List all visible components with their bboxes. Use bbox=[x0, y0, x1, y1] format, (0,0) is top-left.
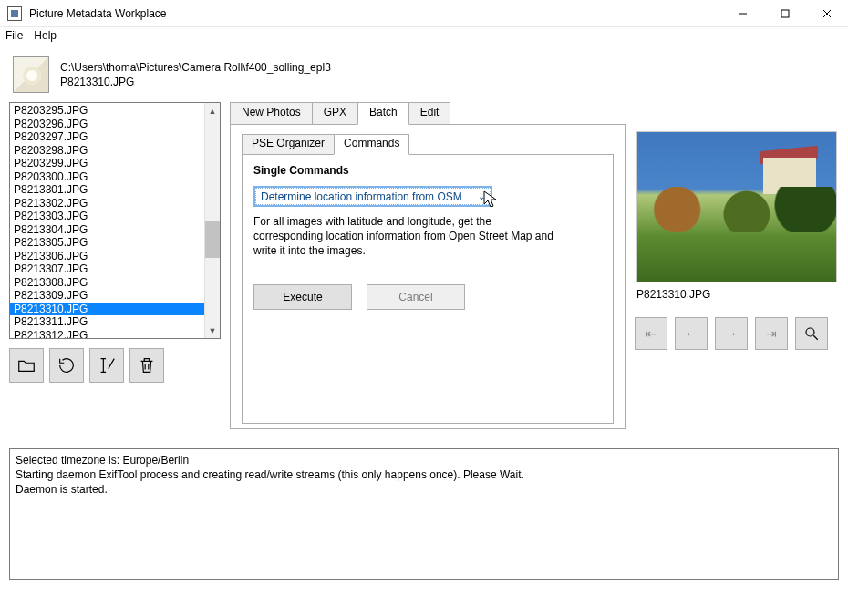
file-list[interactable]: P8203295.JPGP8203296.JPGP8203297.JPGP820… bbox=[10, 103, 204, 338]
preview-panel: P8213310.JPG bbox=[635, 102, 839, 304]
menu-help[interactable]: Help bbox=[34, 29, 57, 42]
file-list-item[interactable]: P8213310.JPG bbox=[10, 303, 204, 316]
execute-button[interactable]: Execute bbox=[253, 284, 352, 310]
batch-tab-body: PSE OrganizerCommands Single Commands De… bbox=[230, 124, 626, 429]
open-folder-button[interactable] bbox=[9, 348, 44, 383]
sub-tabstrip: PSE OrganizerCommands bbox=[242, 134, 614, 154]
commands-panel: Single Commands Determine location infor… bbox=[242, 154, 614, 424]
file-list-item[interactable]: P8203297.JPG bbox=[10, 130, 204, 144]
cancel-button: Cancel bbox=[367, 284, 465, 310]
file-list-item[interactable]: P8203296.JPG bbox=[10, 118, 204, 131]
trash-icon bbox=[137, 355, 157, 375]
command-button-row: Execute Cancel bbox=[253, 284, 602, 310]
subtab-pse-organizer[interactable]: PSE Organizer bbox=[242, 134, 335, 154]
rename-button[interactable] bbox=[89, 348, 124, 383]
file-list-item[interactable]: P8213309.JPG bbox=[10, 289, 204, 303]
svg-point-4 bbox=[806, 328, 814, 336]
maximize-button[interactable] bbox=[764, 0, 806, 27]
arrow-left-end-icon: ⇤ bbox=[646, 326, 657, 341]
window-controls bbox=[722, 0, 848, 27]
tab-new-photos[interactable]: New Photos bbox=[230, 102, 313, 124]
header-row: C:\Users\thoma\Pictures\Camera Roll\f400… bbox=[0, 47, 848, 102]
log-line: Daemon is started. bbox=[16, 482, 832, 497]
file-list-item[interactable]: P8213311.JPG bbox=[10, 315, 204, 329]
command-dropdown[interactable]: Determine location information from OSM … bbox=[253, 186, 492, 207]
rename-icon bbox=[97, 355, 117, 375]
center-column: New PhotosGPXBatchEdit PSE OrganizerComm… bbox=[230, 102, 626, 430]
refresh-icon bbox=[57, 355, 77, 375]
scroll-down-icon[interactable]: ▼ bbox=[205, 323, 220, 338]
main-tabstrip: New PhotosGPXBatchEdit bbox=[230, 102, 626, 124]
tab-edit[interactable]: Edit bbox=[408, 102, 451, 124]
section-title: Single Commands bbox=[253, 164, 602, 177]
arrow-right-icon: → bbox=[725, 326, 738, 341]
file-list-item[interactable]: P8213303.JPG bbox=[10, 210, 204, 223]
preview-nav-row: ⇤ ← → ⇥ bbox=[635, 317, 839, 350]
file-list-item[interactable]: P8213308.JPG bbox=[10, 276, 204, 290]
left-toolbar bbox=[9, 348, 221, 383]
file-list-item[interactable]: P8203300.JPG bbox=[10, 170, 204, 184]
chevron-down-icon: ⌄ bbox=[478, 191, 485, 201]
preview-image bbox=[636, 131, 837, 282]
scroll-thumb[interactable] bbox=[205, 221, 220, 258]
arrow-right-end-icon: ⇥ bbox=[766, 326, 777, 341]
tab-batch[interactable]: Batch bbox=[357, 102, 409, 125]
subtab-commands[interactable]: Commands bbox=[334, 134, 409, 155]
file-list-item[interactable]: P8213307.JPG bbox=[10, 262, 204, 276]
right-column: P8213310.JPG ⇤ ← → ⇥ bbox=[635, 102, 839, 430]
file-list-item[interactable]: P8213302.JPG bbox=[10, 197, 204, 210]
tab-gpx[interactable]: GPX bbox=[312, 102, 358, 124]
file-list-item[interactable]: P8213306.JPG bbox=[10, 250, 204, 263]
app-icon bbox=[7, 6, 22, 21]
title-bar: Picture Metadata Workplace bbox=[0, 0, 848, 27]
zoom-button[interactable] bbox=[795, 317, 828, 350]
svg-rect-1 bbox=[781, 10, 789, 17]
current-directory: C:\Users\thoma\Pictures\Camera Roll\f400… bbox=[60, 60, 331, 75]
command-dropdown-value: Determine location information from OSM bbox=[261, 190, 462, 203]
nav-last-button[interactable]: ⇥ bbox=[755, 317, 788, 350]
file-list-item[interactable]: P8203298.JPG bbox=[10, 144, 204, 158]
preview-caption: P8213310.JPG bbox=[635, 288, 710, 301]
path-block: C:\Users\thoma\Pictures\Camera Roll\f400… bbox=[60, 60, 331, 89]
file-list-scrollbar[interactable]: ▲ ▼ bbox=[204, 103, 220, 338]
log-line: Selected timezone is: Europe/Berlin bbox=[16, 453, 832, 467]
file-list-item[interactable]: P8213305.JPG bbox=[10, 236, 204, 250]
nav-prev-button[interactable]: ← bbox=[675, 317, 708, 350]
file-list-item[interactable]: P8213312.JPG bbox=[10, 329, 204, 339]
header-thumbnail bbox=[13, 56, 49, 93]
nav-next-button[interactable]: → bbox=[715, 317, 748, 350]
delete-button[interactable] bbox=[129, 348, 164, 383]
close-button[interactable] bbox=[806, 0, 848, 27]
log-line: Starting daemon ExifTool process and cre… bbox=[16, 467, 832, 482]
log-panel: Selected timezone is: Europe/BerlinStart… bbox=[9, 448, 839, 580]
cursor-icon bbox=[483, 190, 498, 209]
folder-icon bbox=[16, 355, 36, 375]
arrow-left-icon: ← bbox=[685, 326, 698, 341]
refresh-button[interactable] bbox=[49, 348, 84, 383]
magnifier-icon bbox=[803, 325, 820, 342]
left-column: P8203295.JPGP8203296.JPGP8203297.JPGP820… bbox=[9, 102, 221, 430]
file-list-item[interactable]: P8213304.JPG bbox=[10, 223, 204, 237]
nav-first-button[interactable]: ⇤ bbox=[635, 317, 667, 350]
svg-line-5 bbox=[813, 335, 818, 340]
command-description: For all images with latitude and longitu… bbox=[253, 214, 554, 259]
window-title: Picture Metadata Workplace bbox=[29, 7, 722, 20]
minimize-button[interactable] bbox=[722, 0, 764, 27]
file-list-item[interactable]: P8213301.JPG bbox=[10, 183, 204, 197]
file-list-panel: P8203295.JPGP8203296.JPGP8203297.JPGP820… bbox=[9, 102, 221, 339]
file-list-item[interactable]: P8203299.JPG bbox=[10, 157, 204, 170]
main-layout: P8203295.JPGP8203296.JPGP8203297.JPGP820… bbox=[0, 102, 848, 430]
menu-bar: File Help bbox=[0, 27, 848, 47]
scroll-up-icon[interactable]: ▲ bbox=[205, 103, 220, 118]
current-file: P8213310.JPG bbox=[60, 75, 331, 89]
file-list-item[interactable]: P8203295.JPG bbox=[10, 104, 204, 118]
menu-file[interactable]: File bbox=[5, 29, 23, 42]
